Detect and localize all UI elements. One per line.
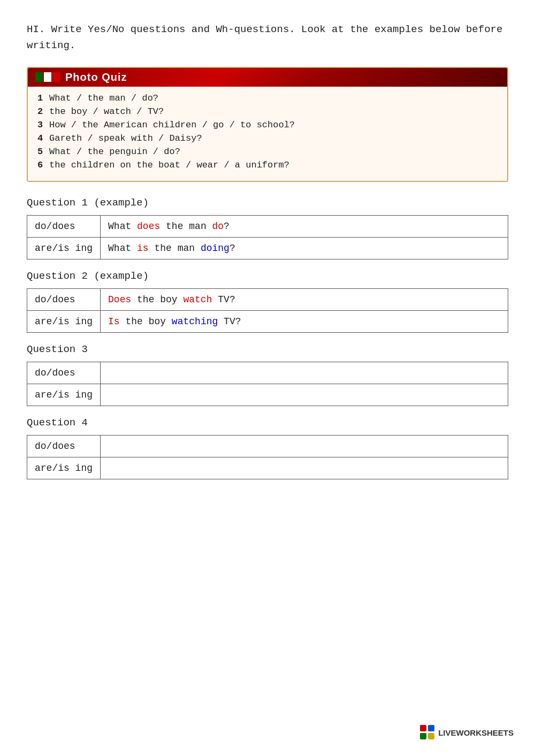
quiz-item-num: 1 [37,93,49,103]
photo-quiz-header: Photo Quiz [28,68,507,87]
answer-text-part: the boy [120,316,172,327]
answer-text-part: ing [212,243,229,254]
answer-table-1: do/doesWhat does the man do?are/is ingWh… [27,215,508,259]
answer-table-4: do/doesare/is ing [27,435,508,479]
answer-text-part: TV? [212,294,235,305]
row-answer-cell[interactable]: Is the boy watching TV? [101,310,508,332]
answer-text-part: the boy [131,294,183,305]
table-row: are/is ing [27,457,508,479]
liveworksheets-brand: LIVEWORKSHEETS [438,728,514,737]
row-label-cell: are/is ing [27,457,101,479]
quiz-item-num: 6 [37,160,49,170]
answer-text-part: watch [172,316,201,327]
quiz-item-num: 2 [37,106,49,117]
answer-text-part: What [108,243,137,254]
answer-text-part: does [137,221,160,232]
row-label-cell: do/does [27,215,101,237]
table-row: do/doesWhat does the man do? [27,215,508,237]
row-answer-cell[interactable] [101,457,508,479]
answer-text-part: is [137,243,149,254]
question-label-3: Question 3 [27,343,508,355]
answer-text-part: ? [230,243,235,254]
quiz-item-num: 3 [37,120,49,130]
row-answer-cell[interactable]: What is the man doing? [101,237,508,259]
answer-table-2: do/doesDoes the boy watch TV?are/is ingI… [27,288,508,333]
answer-text-part: watch [183,294,212,305]
flag-icon [35,72,60,82]
answer-text-part: the man [149,243,201,254]
question-label-2: Question 2 (example) [27,270,508,282]
quiz-item: 4Gareth / speak with / Daisy? [37,133,498,143]
quiz-item-num: 4 [37,133,49,143]
answer-text-part: What [108,221,137,232]
answer-text-part: do [212,221,224,232]
row-answer-cell[interactable]: Does the boy watch TV? [101,288,508,310]
photo-quiz-title: Photo Quiz [65,71,127,83]
quiz-item: 2the boy / watch / TV? [37,106,498,117]
quiz-item: 5What / the penguin / do? [37,147,498,157]
table-row: do/doesDoes the boy watch TV? [27,288,508,310]
answer-text-part: Does [108,294,131,305]
question-label-4: Question 4 [27,417,508,429]
row-label-cell: are/is ing [27,310,101,332]
instructions-text: HI. Write Yes/No questions and Wh-questi… [27,21,508,54]
answer-text-part: ? [224,221,230,232]
photo-quiz-body: 1What / the man / do?2the boy / watch / … [28,87,507,181]
liveworksheets-footer: LIVEWORKSHEETS [420,725,514,740]
table-row: do/does [27,435,508,457]
row-answer-cell[interactable] [101,435,508,457]
answer-text-part: ing [201,316,218,327]
table-row: are/is ingWhat is the man doing? [27,237,508,259]
row-label-cell: are/is ing [27,384,101,406]
table-row: are/is ing [27,384,508,406]
answer-table-3: do/doesare/is ing [27,362,508,406]
question-label-1: Question 1 (example) [27,197,508,209]
row-answer-cell[interactable]: What does the man do? [101,215,508,237]
row-answer-cell[interactable] [101,384,508,406]
quiz-item-num: 5 [37,147,49,157]
photo-quiz-box: Photo Quiz 1What / the man / do?2the boy… [27,67,508,182]
quiz-item: 1What / the man / do? [37,93,498,103]
row-label-cell: do/does [27,362,101,384]
row-label-cell: are/is ing [27,237,101,259]
table-row: are/is ingIs the boy watching TV? [27,310,508,332]
liveworksheets-logo-icon [420,725,435,740]
quiz-item: 6the children on the boat / wear / a uni… [37,160,498,170]
answer-text-part: Is [108,316,120,327]
row-answer-cell[interactable] [101,362,508,384]
quiz-item: 3How / the American children / go / to s… [37,120,498,130]
table-row: do/does [27,362,508,384]
row-label-cell: do/does [27,435,101,457]
answer-text-part: TV? [218,316,241,327]
row-label-cell: do/does [27,288,101,310]
answer-text-part: do [201,243,212,254]
answer-text-part: the man [160,221,212,232]
